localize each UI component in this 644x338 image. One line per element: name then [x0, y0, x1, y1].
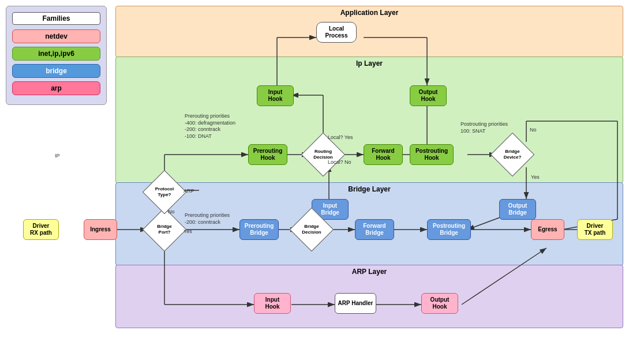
- postrouting-hook-label: Postrouting Hook: [415, 148, 448, 162]
- legend-inet: inet,ip,ipv6: [12, 47, 100, 61]
- app-layer-label: Application Layer: [340, 9, 399, 17]
- label-bridge-prerouting-priorities: Prerouting priorities -200: conntrack: [185, 212, 230, 226]
- bridge-device-label: Bridge Device?: [504, 149, 522, 160]
- driver-rx-label: Driver RX path: [30, 223, 52, 236]
- label-yes-bridge-device: Yes: [531, 174, 540, 181]
- label-local-no: Local? No: [328, 159, 351, 166]
- legend-arp: arp: [12, 81, 100, 95]
- application-layer: Application Layer: [115, 6, 623, 58]
- bridge-layer-label: Bridge Layer: [348, 185, 390, 193]
- output-bridge-box: Output Bridge: [499, 199, 536, 220]
- forward-hook-label: Forward Hook: [372, 148, 394, 162]
- output-hook-arp-box: Output Hook: [421, 293, 458, 314]
- protocol-type-diamond: Protocol Type?: [147, 176, 182, 208]
- driver-rx-box: Driver RX path: [23, 219, 59, 240]
- input-hook-ip-box: Input Hook: [257, 85, 294, 106]
- postrouting-bridge-label: Postrouting Bridge: [433, 223, 465, 236]
- prerouting-bridge-label: Prerouting Bridge: [245, 223, 274, 236]
- label-no-bridge-port: No: [168, 209, 175, 216]
- label-local-yes: Local? Yes: [328, 134, 353, 141]
- legend-box: Families netdev inet,ip,ipv6 bridge arp: [6, 6, 107, 105]
- forward-hook-box: Forward Hook: [364, 144, 403, 165]
- driver-tx-box: Driver TX path: [577, 219, 613, 240]
- input-hook-arp-box: Input Hook: [254, 293, 291, 314]
- ip-layer-label: Ip Layer: [356, 59, 383, 67]
- forward-bridge-label: Forward Bridge: [363, 223, 385, 236]
- input-hook-ip-label: Input Hook: [268, 89, 283, 103]
- forward-bridge-box: Forward Bridge: [355, 219, 394, 240]
- local-process-label: Local Process: [325, 25, 348, 39]
- label-no-bridge-device: No: [530, 127, 537, 134]
- driver-tx-label: Driver TX path: [585, 223, 606, 236]
- input-hook-arp-label: Input Hook: [265, 296, 280, 310]
- output-hook-arp-label: Output Hook: [430, 296, 450, 310]
- prerouting-hook-box: Prerouting Hook: [248, 144, 287, 165]
- arp-layer-label: ARP Layer: [352, 268, 387, 276]
- label-ip: IP: [55, 153, 60, 160]
- label-arp: ARP: [184, 188, 194, 195]
- legend-bridge: bridge: [12, 64, 100, 78]
- postrouting-bridge-box: Postrouting Bridge: [427, 219, 471, 240]
- local-process-box: Local Process: [316, 22, 357, 43]
- routing-decision1-label: Routing Decision: [313, 149, 332, 160]
- output-bridge-label: Output Bridge: [508, 202, 527, 216]
- arp-handler-label: ARP Handler: [338, 300, 373, 307]
- bridge-decision-diamond: Bridge Decision: [294, 213, 329, 246]
- legend-title: Families: [12, 12, 100, 25]
- protocol-type-label: Protocol Type?: [155, 186, 174, 197]
- postrouting-hook-box: Postrouting Hook: [410, 144, 454, 165]
- egress-label: Egress: [538, 226, 557, 233]
- ingress-label: Ingress: [90, 226, 111, 233]
- bridge-device-diamond: Bridge Device?: [495, 139, 530, 170]
- arp-handler-box: ARP Handler: [335, 293, 376, 314]
- prerouting-bridge-box: Prerouting Bridge: [239, 219, 279, 240]
- egress-box: Egress: [531, 219, 564, 240]
- legend-netdev: netdev: [12, 29, 100, 43]
- ingress-box: Ingress: [84, 219, 117, 240]
- output-hook-ip-label: Output Hook: [419, 89, 438, 103]
- label-postrouting-priorities: Postrouting priorities 100: SNAT: [460, 121, 508, 134]
- bridge-decision-label: Bridge Decision: [302, 224, 321, 235]
- label-prerouting-priorities: Prerouting priorities -400: defragmentat…: [185, 113, 235, 140]
- bridge-port-diamond: Bridge Port?: [147, 213, 182, 246]
- main-diagram: Application Layer Ip Layer Bridge Layer …: [115, 6, 635, 332]
- output-hook-ip-box: Output Hook: [410, 85, 447, 106]
- prerouting-hook-label: Prerouting Hook: [253, 148, 283, 162]
- label-yes-bridge-port: Yes: [184, 228, 192, 235]
- bridge-port-label: Bridge Port?: [157, 224, 171, 235]
